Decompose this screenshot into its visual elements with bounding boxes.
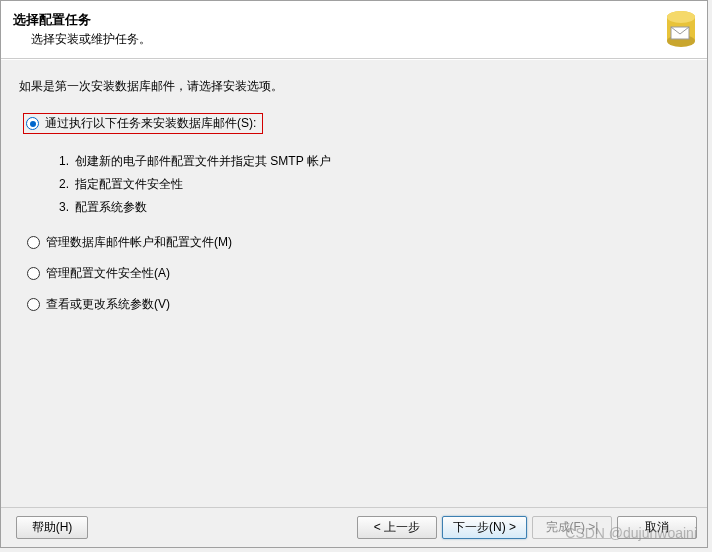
radio-label: 查看或更改系统参数(V) [46,296,170,313]
option-manage-security[interactable]: 管理配置文件安全性(A) [23,263,689,284]
radio-label: 管理数据库邮件帐户和配置文件(M) [46,234,232,251]
step-text: 配置系统参数 [75,196,147,219]
list-item: 3. 配置系统参数 [59,196,689,219]
list-item: 1. 创建新的电子邮件配置文件并指定其 SMTP 帐户 [59,150,689,173]
intro-text: 如果是第一次安装数据库邮件，请选择安装选项。 [19,78,689,95]
radio-icon [26,117,39,130]
help-button[interactable]: 帮助(H) [16,516,88,539]
step-num: 3. [59,196,69,219]
page-subtitle: 选择安装或维护任务。 [31,31,695,48]
option-install[interactable]: 通过执行以下任务来安装数据库邮件(S): [23,113,263,134]
option-view-params[interactable]: 查看或更改系统参数(V) [23,294,689,315]
install-steps: 1. 创建新的电子邮件配置文件并指定其 SMTP 帐户 2. 指定配置文件安全性… [59,150,689,218]
step-num: 2. [59,173,69,196]
cancel-button[interactable]: 取消 [617,516,697,539]
radio-icon [27,298,40,311]
radio-icon [27,236,40,249]
header-text-block: 选择配置任务 选择安装或维护任务。 [13,11,695,48]
option-manage-accounts[interactable]: 管理数据库邮件帐户和配置文件(M) [23,232,689,253]
task-options: 通过执行以下任务来安装数据库邮件(S): 1. 创建新的电子邮件配置文件并指定其… [23,113,689,315]
finish-button: 完成(F) >| [532,516,612,539]
radio-icon [27,267,40,280]
page-title: 选择配置任务 [13,11,695,29]
list-item: 2. 指定配置文件安全性 [59,173,689,196]
database-mail-icon [651,5,699,53]
wizard-footer: 帮助(H) < 上一步 下一步(N) > 完成(F) >| 取消 [1,507,707,547]
wizard-dialog: 选择配置任务 选择安装或维护任务。 如果是第一次安装数据库邮件，请选择安装选项。… [0,0,708,548]
step-text: 创建新的电子邮件配置文件并指定其 SMTP 帐户 [75,150,331,173]
wizard-body: 如果是第一次安装数据库邮件，请选择安装选项。 通过执行以下任务来安装数据库邮件(… [1,59,707,507]
radio-label: 通过执行以下任务来安装数据库邮件(S): [45,115,256,132]
next-button[interactable]: 下一步(N) > [442,516,527,539]
step-text: 指定配置文件安全性 [75,173,183,196]
radio-label: 管理配置文件安全性(A) [46,265,170,282]
back-button[interactable]: < 上一步 [357,516,437,539]
wizard-header: 选择配置任务 选择安装或维护任务。 [1,1,707,59]
step-num: 1. [59,150,69,173]
svg-point-3 [667,11,695,23]
